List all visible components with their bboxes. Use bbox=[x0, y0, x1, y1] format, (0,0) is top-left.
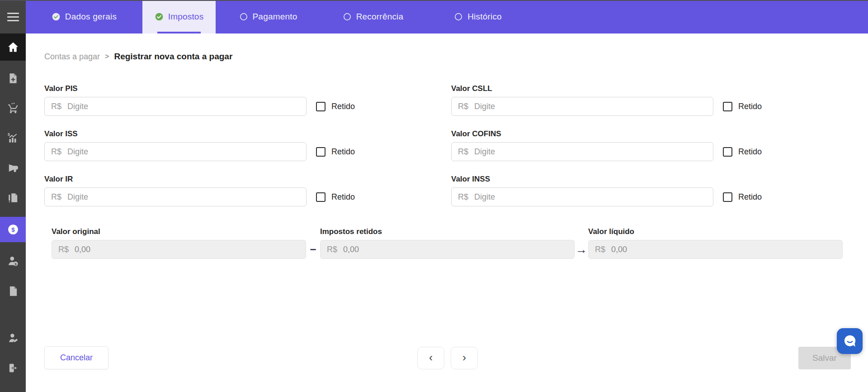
retido-option[interactable]: Retido bbox=[723, 147, 762, 157]
retido-inss-checkbox[interactable] bbox=[723, 192, 732, 202]
retido-option[interactable]: Retido bbox=[316, 147, 355, 157]
next-step-button[interactable]: › bbox=[451, 347, 478, 369]
check-circle-icon bbox=[155, 12, 164, 21]
valor-ir-input-wrap: R$ bbox=[44, 187, 307, 206]
field-valor-csll: Valor CSLL R$ Retido bbox=[451, 84, 768, 116]
currency-prefix: R$ bbox=[327, 245, 337, 254]
retido-label: Retido bbox=[331, 147, 355, 157]
contract-icon bbox=[7, 192, 19, 204]
sidebar-item-support[interactable] bbox=[0, 327, 26, 349]
summary-label: Valor líquido bbox=[588, 227, 843, 236]
sidebar: $ $ $ bbox=[0, 0, 26, 392]
field-label: Valor COFINS bbox=[451, 129, 768, 139]
field-valor-pis: Valor PIS R$ Retido bbox=[44, 84, 361, 116]
tab-dados-gerais[interactable]: Dados gerais bbox=[26, 0, 142, 33]
tab-recorrencia[interactable]: Recorrência bbox=[321, 0, 425, 33]
valor-iss-input[interactable] bbox=[66, 147, 300, 157]
sidebar-item-customer-finance[interactable]: $ bbox=[0, 250, 26, 272]
tab-impostos[interactable]: Impostos bbox=[142, 0, 216, 33]
totals-row: Valor original R$ − Impostos retidos R$ … bbox=[52, 227, 868, 259]
logout-icon bbox=[7, 362, 19, 374]
summary-label: Valor original bbox=[52, 227, 306, 236]
tax-fields-grid: Valor PIS R$ Retido Valor CSLL R$ bbox=[44, 84, 868, 206]
valor-original-block: Valor original R$ bbox=[52, 227, 306, 259]
person-dollar-icon: $ bbox=[7, 255, 19, 267]
field-label: Valor INSS bbox=[451, 175, 768, 184]
valor-inss-input-wrap: R$ bbox=[451, 187, 713, 206]
svg-text:$: $ bbox=[11, 226, 15, 233]
retido-option[interactable]: Retido bbox=[316, 192, 355, 202]
retido-iss-checkbox[interactable] bbox=[316, 147, 326, 157]
field-valor-iss: Valor ISS R$ Retido bbox=[44, 129, 361, 161]
step-pager: ‹ › bbox=[417, 347, 478, 369]
sidebar-item-logout[interactable] bbox=[0, 357, 26, 379]
currency-prefix: R$ bbox=[458, 192, 468, 202]
field-valor-inss: Valor INSS R$ Retido bbox=[451, 175, 768, 206]
sales-chart-icon: $ bbox=[7, 132, 19, 144]
retido-ir-checkbox[interactable] bbox=[316, 192, 326, 202]
valor-iss-input-wrap: R$ bbox=[44, 142, 307, 161]
tab-label: Pagamento bbox=[253, 12, 297, 22]
tab-pagamento[interactable]: Pagamento bbox=[216, 0, 321, 33]
radio-circle-icon bbox=[239, 12, 248, 21]
document-icon bbox=[7, 285, 19, 297]
tab-label: Impostos bbox=[168, 12, 204, 22]
chat-widget-button[interactable] bbox=[837, 328, 863, 354]
sidebar-item-documents[interactable] bbox=[0, 280, 26, 302]
currency-prefix: R$ bbox=[58, 245, 69, 254]
tab-historico[interactable]: Histórico bbox=[425, 0, 530, 33]
valor-csll-input-wrap: R$ bbox=[451, 97, 713, 116]
sidebar-item-new-document[interactable] bbox=[0, 67, 26, 89]
page-title: Registrar nova conta a pagar bbox=[114, 52, 232, 62]
currency-prefix: R$ bbox=[51, 147, 61, 157]
valor-pis-input[interactable] bbox=[66, 101, 300, 112]
prev-step-button[interactable]: ‹ bbox=[417, 347, 444, 369]
field-label: Valor ISS bbox=[44, 129, 361, 139]
sidebar-item-home[interactable] bbox=[0, 33, 26, 61]
currency-prefix: R$ bbox=[51, 192, 61, 202]
footer-actions: Cancelar ‹ › Salvar bbox=[44, 346, 851, 369]
breadcrumb-separator: > bbox=[105, 53, 109, 61]
currency-prefix: R$ bbox=[458, 102, 468, 111]
person-support-icon bbox=[7, 332, 19, 344]
valor-cofins-input[interactable] bbox=[473, 147, 707, 157]
window-top-edge bbox=[0, 0, 868, 1]
retido-cofins-checkbox[interactable] bbox=[723, 147, 732, 157]
valor-original-input bbox=[74, 244, 299, 255]
valor-csll-input[interactable] bbox=[473, 101, 707, 112]
arrow-operator: → bbox=[575, 240, 588, 259]
radio-circle-icon bbox=[343, 12, 352, 21]
breadcrumb: Contas a pagar > Registrar nova conta a … bbox=[44, 52, 868, 62]
chat-bubble-icon bbox=[841, 332, 859, 350]
sidebar-item-finance[interactable]: $ bbox=[0, 217, 26, 242]
sidebar-item-purchases[interactable] bbox=[0, 97, 26, 119]
retido-label: Retido bbox=[331, 102, 355, 111]
valor-inss-input[interactable] bbox=[473, 192, 707, 202]
retido-option[interactable]: Retido bbox=[316, 102, 355, 111]
retido-label: Retido bbox=[738, 192, 762, 202]
svg-text:$: $ bbox=[8, 132, 10, 137]
valor-cofins-input-wrap: R$ bbox=[451, 142, 713, 161]
retido-csll-checkbox[interactable] bbox=[723, 102, 732, 111]
retido-label: Retido bbox=[738, 147, 762, 157]
valor-liquido-block: Valor líquido R$ bbox=[588, 227, 843, 259]
sidebar-item-contracts[interactable] bbox=[0, 187, 26, 209]
sidebar-item-marketing[interactable] bbox=[0, 157, 26, 179]
tab-label: Dados gerais bbox=[65, 12, 117, 22]
main-content: Contas a pagar > Registrar nova conta a … bbox=[26, 33, 868, 392]
retido-option[interactable]: Retido bbox=[723, 102, 762, 111]
breadcrumb-parent-link[interactable]: Contas a pagar bbox=[44, 52, 100, 62]
minus-operator: − bbox=[306, 240, 320, 259]
valor-ir-input[interactable] bbox=[66, 192, 300, 202]
dollar-circle-icon: $ bbox=[7, 224, 19, 235]
home-icon bbox=[7, 41, 19, 53]
currency-prefix: R$ bbox=[595, 245, 605, 254]
sidebar-item-sales-report[interactable]: $ bbox=[0, 127, 26, 149]
megaphone-icon bbox=[7, 162, 19, 174]
retido-label: Retido bbox=[738, 102, 762, 111]
hamburger-menu-button[interactable] bbox=[0, 0, 26, 33]
retido-option[interactable]: Retido bbox=[723, 192, 762, 202]
radio-circle-icon bbox=[454, 12, 463, 21]
cancel-button[interactable]: Cancelar bbox=[44, 346, 108, 369]
retido-pis-checkbox[interactable] bbox=[316, 102, 326, 111]
